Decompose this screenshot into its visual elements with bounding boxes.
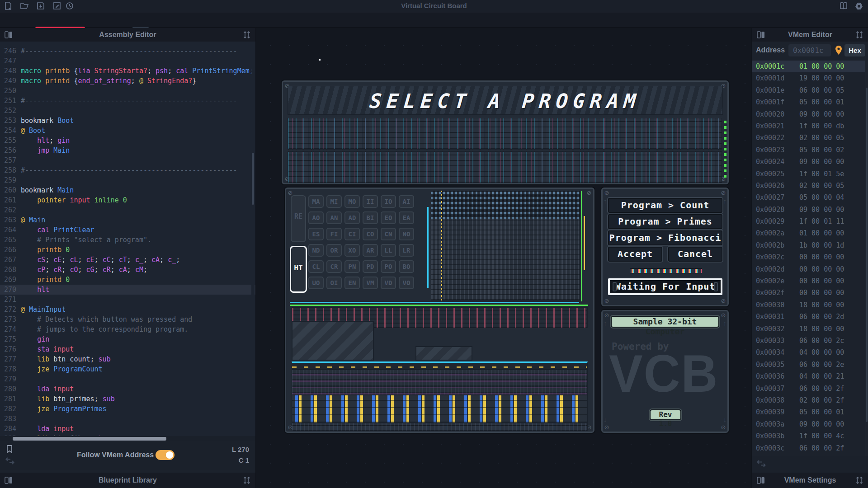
panel-resize-icon[interactable] [855, 31, 863, 38]
panel-resize-icon[interactable] [243, 31, 251, 38]
code-editor[interactable]: 246#------------------------------------… [0, 42, 255, 436]
vmem-table[interactable]: 0x0001c01 00 00 000x0001d19 00 00 000x00… [752, 61, 865, 456]
code-line[interactable]: 274 # jumps to the corresponding program… [0, 324, 255, 334]
vmem-row[interactable]: 0x0003306 00 00 2c [752, 335, 865, 347]
code-line[interactable]: 266 printb 0 [0, 245, 255, 255]
probe-cell-lr[interactable]: LR [399, 244, 414, 257]
vmem-row[interactable]: 0x0002305 00 00 02 [752, 144, 865, 156]
code-line[interactable]: 280 lda input [0, 384, 255, 394]
cancel-button[interactable]: Cancel [668, 247, 722, 262]
probe-cell-cl[interactable]: CL [308, 260, 324, 273]
probe-cell-bi[interactable]: BI [363, 211, 378, 224]
vmem-row[interactable]: 0x0003404 00 00 00 [752, 347, 865, 358]
vmem-row[interactable]: 0x0002d00 00 00 00 [752, 263, 865, 275]
vmem-scrollbar[interactable] [865, 61, 868, 456]
vmem-row[interactable]: 0x0003802 00 00 2f [752, 394, 865, 406]
vmem-row[interactable]: 0x0003c06 00 00 2f [752, 442, 865, 454]
code-line[interactable]: 260bookmark Main [0, 185, 255, 195]
swap-icon[interactable] [5, 457, 14, 465]
code-line[interactable]: 259 [0, 175, 255, 185]
code-line[interactable]: 271 [0, 295, 255, 305]
accept-button[interactable]: Accept [608, 247, 662, 262]
code-line[interactable]: 267 cS; cE; cL; cE; cC; cT; c_; cA; c_; [0, 255, 255, 265]
code-line[interactable]: 254@ Boot [0, 126, 255, 136]
code-horizontal-scrollbar[interactable] [0, 436, 255, 441]
probe-cell-ci[interactable]: CI [344, 228, 360, 240]
probe-cell-oi[interactable]: OI [326, 277, 342, 289]
vmem-row[interactable]: 0x0002602 00 00 05 [752, 180, 865, 192]
probe-cell-uo[interactable]: UO [308, 277, 324, 289]
branding-board[interactable]: ⊘ ⊘ ⊘ ⊘ ↑ ↑ ↓ ↓ Sample 32-bit Computer P… [601, 310, 729, 433]
probe-cell-bo[interactable]: BO [399, 260, 414, 273]
code-line[interactable]: 262 [0, 205, 255, 215]
program-button-fibonacci[interactable]: Program > Fibonacci [608, 230, 722, 245]
vmem-row[interactable]: 0x0003506 00 00 2e [752, 359, 865, 371]
probe-cell-nd[interactable]: ND [308, 244, 324, 257]
probe-cell-ll[interactable]: LL [381, 244, 396, 257]
program-button-count[interactable]: Program > Count [608, 198, 722, 213]
vmem-row[interactable]: 0x0002a01 00 00 00 [752, 227, 865, 239]
probe-cell-io[interactable]: IO [381, 195, 396, 208]
vmem-editor-header[interactable]: VMem Editor [752, 28, 868, 42]
probe-cell-an[interactable]: AN [326, 211, 342, 224]
vmem-row[interactable]: 0x0002c00 00 00 00 [752, 251, 865, 263]
vmem-row[interactable]: 0x0001c01 00 00 00 [752, 61, 865, 72]
vmem-row[interactable]: 0x0001e06 00 00 05 [752, 84, 865, 96]
probe-cell-mi[interactable]: MI [326, 195, 342, 208]
probe-cell-no[interactable]: NO [399, 228, 414, 240]
code-vertical-scrollbar[interactable] [251, 42, 255, 436]
code-line[interactable]: 284 lda input [0, 424, 255, 434]
vmem-row[interactable]: 0x0002202 00 00 05 [752, 132, 865, 144]
address-input[interactable]: 0x0001c [788, 44, 831, 56]
scrollbar-thumb[interactable] [252, 153, 254, 205]
vmem-row[interactable]: 0x0003905 00 00 01 [752, 406, 865, 418]
open-file-icon[interactable] [20, 1, 29, 10]
probe-cell-ar[interactable]: AR [363, 244, 378, 257]
code-line[interactable]: 249macro printd {end_of_string; @ String… [0, 76, 255, 86]
code-line[interactable]: 250 [0, 86, 255, 96]
vmem-row[interactable]: 0x0002b1b 00 00 1d [752, 239, 865, 251]
scrollbar-thumb[interactable] [13, 437, 166, 441]
manual-book-icon[interactable] [839, 1, 848, 10]
probe-cell-ao[interactable]: AO [308, 211, 324, 224]
probe-cell-eo[interactable]: EO [381, 211, 396, 224]
circuit-canvas[interactable]: ⊘ ⊘ ⊘ ⊘ SELECT A PROGRAM ⊘ ⊘ ⊘ ⊘ RE HT M… [256, 28, 751, 488]
probe-cell-mo[interactable]: MO [344, 195, 360, 208]
probe-cell-ai[interactable]: AI [399, 195, 414, 208]
code-line[interactable]: 278 jze ProgramCount [0, 364, 255, 374]
control-board[interactable]: ⊘ ⊘ ⊘ ⊘ ↑ ↑ Program > CountProgram > Pri… [601, 188, 729, 306]
probe-cell-or[interactable]: OR [326, 244, 342, 257]
goto-pin-icon[interactable] [835, 45, 843, 55]
vmem-row[interactable]: 0x0002009 00 00 00 [752, 108, 865, 120]
vmem-row[interactable]: 0x0002809 00 00 00 [752, 204, 865, 216]
probe-cell-vm[interactable]: VM [363, 277, 378, 289]
probe-cell-reset[interactable]: RE [291, 195, 306, 242]
cpu-board[interactable]: ⊘ ⊘ ⊘ ⊘ RE HT MAMIMOIIIOAIAOANADBIEOEAES… [285, 188, 594, 433]
hex-mode-button[interactable]: Hex [844, 44, 865, 56]
probe-cell-pn[interactable]: PN [344, 260, 360, 273]
vmem-row[interactable]: 0x0003106 00 00 2d [752, 311, 865, 323]
code-line[interactable]: 275 gin [0, 334, 255, 344]
code-line[interactable]: 252 [0, 106, 255, 116]
code-line[interactable]: 276 sta input [0, 344, 255, 354]
follow-vmem-toggle[interactable] [156, 450, 175, 460]
vmem-row[interactable]: 0x0002705 00 00 04 [752, 192, 865, 203]
probe-cell-ma[interactable]: MA [308, 195, 324, 208]
code-line[interactable]: 283 [0, 414, 255, 424]
vmem-row[interactable]: 0x0002f00 00 00 00 [752, 287, 865, 299]
code-line[interactable]: 268 cP; cR; cO; cG; cR; cA; cM; [0, 265, 255, 275]
probe-cell-co[interactable]: CO [363, 228, 378, 240]
vmem-row[interactable]: 0x0003218 00 00 00 [752, 323, 865, 335]
code-line[interactable]: 281 lib btn_primes; sub [0, 394, 255, 404]
code-line[interactable]: 272@ MainInput [0, 305, 255, 314]
panel-resize-icon[interactable] [243, 477, 251, 484]
code-line[interactable]: 261 pointer input inline 0 [0, 195, 255, 205]
swap-icon[interactable] [757, 460, 766, 467]
marquee-board[interactable]: ⊘ ⊘ ⊘ ⊘ SELECT A PROGRAM [282, 80, 729, 184]
code-line[interactable]: 264 cal PrintClear [0, 225, 255, 235]
code-line[interactable]: 248macro printb {lia StringStarta?; psh;… [0, 66, 255, 76]
code-line[interactable]: 258#------------------------------------… [0, 165, 255, 175]
history-icon[interactable] [65, 1, 74, 10]
vmem-row[interactable]: 0x0003b1f 00 00 4c [752, 430, 865, 442]
vmem-row[interactable]: 0x0003604 00 00 21 [752, 371, 865, 382]
